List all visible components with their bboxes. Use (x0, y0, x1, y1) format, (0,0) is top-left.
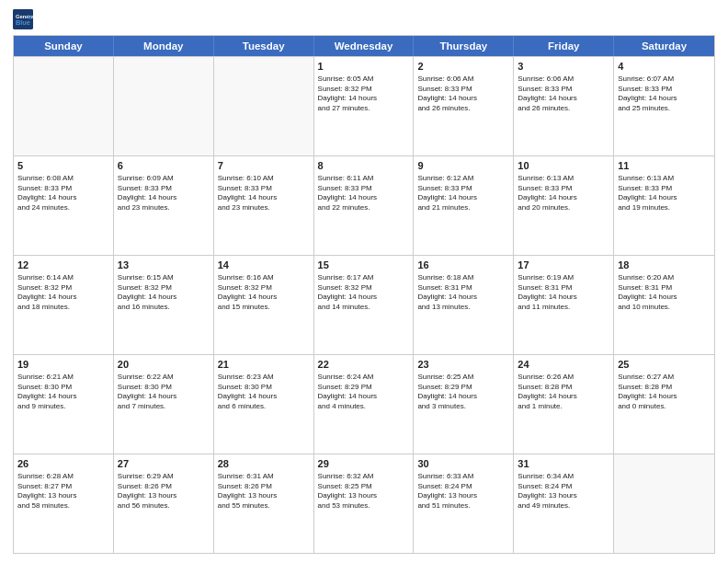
calendar-empty-cell (614, 454, 714, 553)
day-info: Sunrise: 6:28 AMSunset: 8:27 PMDaylight:… (17, 472, 109, 511)
calendar-day-8: 8Sunrise: 6:11 AMSunset: 8:33 PMDaylight… (314, 156, 415, 255)
day-number: 20 (118, 358, 210, 372)
day-info: Sunrise: 6:26 AMSunset: 8:28 PMDaylight:… (518, 373, 609, 412)
calendar-day-4: 4Sunrise: 6:07 AMSunset: 8:33 PMDaylight… (614, 57, 714, 155)
calendar-day-30: 30Sunrise: 6:33 AMSunset: 8:24 PMDayligh… (414, 454, 514, 553)
calendar-row-1: 5Sunrise: 6:08 AMSunset: 8:33 PMDaylight… (14, 155, 714, 255)
logo: General Blue (13, 9, 35, 29)
day-number: 8 (318, 159, 410, 173)
calendar-header: SundayMondayTuesdayWednesdayThursdayFrid… (14, 36, 714, 56)
day-info: Sunrise: 6:06 AMSunset: 8:33 PMDaylight:… (518, 75, 609, 114)
day-info: Sunrise: 6:22 AMSunset: 8:30 PMDaylight:… (118, 373, 210, 412)
calendar-row-3: 19Sunrise: 6:21 AMSunset: 8:30 PMDayligh… (14, 354, 714, 454)
day-of-week-tuesday: Tuesday (214, 36, 314, 56)
day-info: Sunrise: 6:27 AMSunset: 8:28 PMDaylight:… (618, 373, 711, 412)
day-of-week-monday: Monday (114, 36, 214, 56)
svg-text:Blue: Blue (16, 18, 30, 27)
logo-icon: General Blue (13, 9, 33, 29)
calendar-day-14: 14Sunrise: 6:16 AMSunset: 8:32 PMDayligh… (214, 256, 314, 354)
day-number: 4 (618, 60, 711, 74)
day-number: 26 (17, 457, 109, 471)
day-number: 1 (318, 60, 410, 74)
day-of-week-thursday: Thursday (414, 36, 514, 56)
day-number: 17 (518, 259, 609, 272)
calendar-day-18: 18Sunrise: 6:20 AMSunset: 8:31 PMDayligh… (614, 256, 714, 354)
calendar-day-28: 28Sunrise: 6:31 AMSunset: 8:26 PMDayligh… (214, 454, 314, 553)
calendar-day-1: 1Sunrise: 6:05 AMSunset: 8:32 PMDaylight… (314, 57, 415, 155)
calendar-empty-cell (214, 57, 314, 155)
day-of-week-friday: Friday (514, 36, 614, 56)
day-info: Sunrise: 6:16 AMSunset: 8:32 PMDaylight:… (218, 273, 310, 313)
day-info: Sunrise: 6:12 AMSunset: 8:33 PMDaylight:… (417, 174, 509, 213)
day-number: 23 (417, 358, 509, 372)
calendar-day-27: 27Sunrise: 6:29 AMSunset: 8:26 PMDayligh… (114, 454, 214, 553)
day-number: 29 (318, 457, 410, 471)
calendar-day-12: 12Sunrise: 6:14 AMSunset: 8:32 PMDayligh… (14, 256, 114, 354)
calendar-day-31: 31Sunrise: 6:34 AMSunset: 8:24 PMDayligh… (514, 454, 614, 553)
calendar-day-24: 24Sunrise: 6:26 AMSunset: 8:28 PMDayligh… (514, 355, 614, 454)
day-number: 25 (618, 358, 711, 372)
day-info: Sunrise: 6:23 AMSunset: 8:30 PMDaylight:… (218, 373, 310, 412)
day-number: 11 (618, 159, 711, 173)
day-info: Sunrise: 6:25 AMSunset: 8:29 PMDaylight:… (417, 373, 509, 412)
day-info: Sunrise: 6:05 AMSunset: 8:32 PMDaylight:… (318, 75, 410, 114)
day-info: Sunrise: 6:15 AMSunset: 8:32 PMDaylight:… (118, 273, 210, 313)
day-number: 15 (318, 259, 410, 272)
calendar-day-20: 20Sunrise: 6:22 AMSunset: 8:30 PMDayligh… (114, 355, 214, 454)
day-number: 31 (518, 457, 609, 471)
calendar: SundayMondayTuesdayWednesdayThursdayFrid… (13, 35, 715, 554)
calendar-day-25: 25Sunrise: 6:27 AMSunset: 8:28 PMDayligh… (614, 355, 714, 454)
day-info: Sunrise: 6:24 AMSunset: 8:29 PMDaylight:… (318, 373, 410, 412)
day-of-week-wednesday: Wednesday (314, 36, 415, 56)
calendar-body: 1Sunrise: 6:05 AMSunset: 8:32 PMDaylight… (14, 56, 714, 553)
calendar-day-7: 7Sunrise: 6:10 AMSunset: 8:33 PMDaylight… (214, 156, 314, 255)
day-of-week-sunday: Sunday (14, 36, 114, 56)
calendar-day-21: 21Sunrise: 6:23 AMSunset: 8:30 PMDayligh… (214, 355, 314, 454)
day-info: Sunrise: 6:11 AMSunset: 8:33 PMDaylight:… (318, 174, 410, 213)
day-info: Sunrise: 6:19 AMSunset: 8:31 PMDaylight:… (518, 273, 609, 313)
calendar-day-5: 5Sunrise: 6:08 AMSunset: 8:33 PMDaylight… (14, 156, 114, 255)
calendar-day-11: 11Sunrise: 6:13 AMSunset: 8:33 PMDayligh… (614, 156, 714, 255)
day-number: 9 (417, 159, 509, 173)
day-of-week-saturday: Saturday (614, 36, 714, 56)
day-info: Sunrise: 6:14 AMSunset: 8:32 PMDaylight:… (17, 273, 109, 313)
day-info: Sunrise: 6:34 AMSunset: 8:24 PMDaylight:… (518, 472, 609, 511)
day-number: 7 (218, 159, 310, 173)
calendar-day-3: 3Sunrise: 6:06 AMSunset: 8:33 PMDaylight… (514, 57, 614, 155)
day-info: Sunrise: 6:17 AMSunset: 8:32 PMDaylight:… (318, 273, 410, 313)
day-info: Sunrise: 6:18 AMSunset: 8:31 PMDaylight:… (417, 273, 509, 313)
day-number: 28 (218, 457, 310, 471)
day-number: 16 (417, 259, 509, 272)
day-info: Sunrise: 6:06 AMSunset: 8:33 PMDaylight:… (417, 75, 509, 114)
day-number: 6 (118, 159, 210, 173)
day-number: 3 (518, 60, 609, 74)
day-info: Sunrise: 6:09 AMSunset: 8:33 PMDaylight:… (118, 174, 210, 213)
day-number: 24 (518, 358, 609, 372)
day-number: 19 (17, 358, 109, 372)
day-number: 21 (218, 358, 310, 372)
calendar-day-22: 22Sunrise: 6:24 AMSunset: 8:29 PMDayligh… (314, 355, 415, 454)
day-number: 30 (417, 457, 509, 471)
day-number: 10 (518, 159, 609, 173)
day-number: 22 (318, 358, 410, 372)
day-number: 12 (17, 259, 109, 272)
calendar-day-19: 19Sunrise: 6:21 AMSunset: 8:30 PMDayligh… (14, 355, 114, 454)
header: General Blue (13, 9, 715, 29)
day-info: Sunrise: 6:29 AMSunset: 8:26 PMDaylight:… (118, 472, 210, 511)
calendar-day-13: 13Sunrise: 6:15 AMSunset: 8:32 PMDayligh… (114, 256, 214, 354)
day-info: Sunrise: 6:08 AMSunset: 8:33 PMDaylight:… (17, 174, 109, 213)
calendar-day-26: 26Sunrise: 6:28 AMSunset: 8:27 PMDayligh… (14, 454, 114, 553)
calendar-empty-cell (14, 57, 114, 155)
calendar-day-17: 17Sunrise: 6:19 AMSunset: 8:31 PMDayligh… (514, 256, 614, 354)
calendar-day-2: 2Sunrise: 6:06 AMSunset: 8:33 PMDaylight… (414, 57, 514, 155)
day-info: Sunrise: 6:32 AMSunset: 8:25 PMDaylight:… (318, 472, 410, 511)
day-number: 14 (218, 259, 310, 272)
day-info: Sunrise: 6:10 AMSunset: 8:33 PMDaylight:… (218, 174, 310, 213)
calendar-day-10: 10Sunrise: 6:13 AMSunset: 8:33 PMDayligh… (514, 156, 614, 255)
day-info: Sunrise: 6:33 AMSunset: 8:24 PMDaylight:… (417, 472, 509, 511)
day-info: Sunrise: 6:13 AMSunset: 8:33 PMDaylight:… (618, 174, 711, 213)
calendar-day-6: 6Sunrise: 6:09 AMSunset: 8:33 PMDaylight… (114, 156, 214, 255)
calendar-row-0: 1Sunrise: 6:05 AMSunset: 8:32 PMDaylight… (14, 56, 714, 155)
calendar-empty-cell (114, 57, 214, 155)
day-info: Sunrise: 6:07 AMSunset: 8:33 PMDaylight:… (618, 75, 711, 114)
